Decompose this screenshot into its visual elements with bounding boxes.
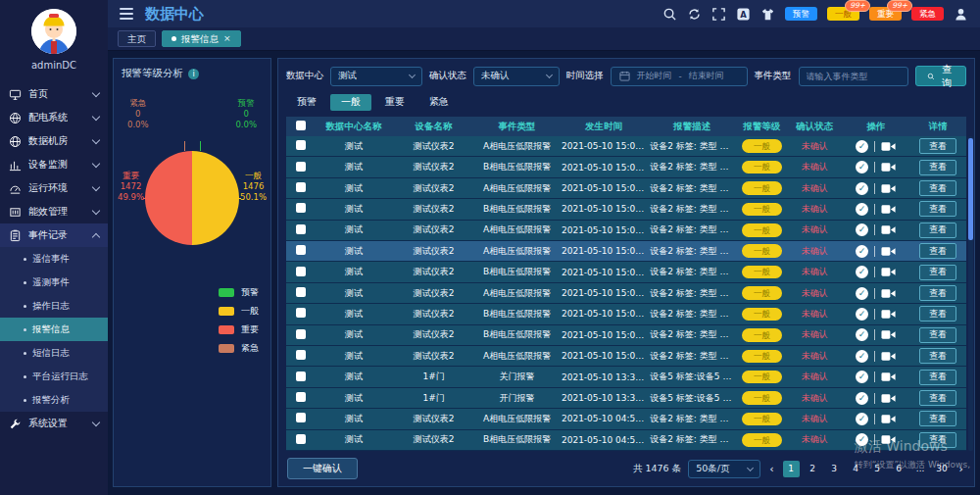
tab-预警[interactable]: 预警 (286, 94, 327, 111)
row-checkbox[interactable] (296, 162, 306, 172)
row-checkbox[interactable] (296, 392, 306, 402)
sidebar-subitem[interactable]: 报警分析 (0, 388, 108, 412)
view-button[interactable]: 查看 (919, 285, 956, 301)
table-row[interactable]: 测试测试仪表2B相电压低限报警2021-05-10 15:01:26设备2 标签… (286, 199, 966, 220)
page-number[interactable]: 1 (783, 461, 800, 477)
video-icon[interactable] (881, 434, 896, 445)
confirm-check-icon[interactable]: ✓ (856, 203, 868, 216)
prev-page-icon[interactable]: ‹ (767, 463, 775, 475)
alarm-badge[interactable]: 预警 (785, 7, 817, 21)
confirm-check-icon[interactable]: ✓ (856, 140, 868, 153)
page-size-select[interactable]: 50条/页 (688, 460, 760, 478)
confirm-check-icon[interactable]: ✓ (856, 328, 868, 341)
alarm-badge[interactable]: 重要99+ (869, 7, 902, 21)
search-icon[interactable] (662, 7, 677, 22)
view-button[interactable]: 查看 (919, 223, 956, 238)
video-icon[interactable] (881, 351, 896, 362)
page-ellipsis[interactable]: ... (912, 461, 929, 477)
sidebar-subitem[interactable]: 遥测事件 (0, 271, 108, 294)
video-icon[interactable] (881, 162, 896, 173)
video-icon[interactable] (881, 414, 896, 424)
table-row[interactable]: 测试测试仪表2B相电压低限报警2021-05-10 15:00:33设备2 标签… (286, 262, 966, 282)
view-button[interactable]: 查看 (919, 201, 956, 217)
confirm-check-icon[interactable]: ✓ (856, 433, 868, 446)
table-row[interactable]: 测试测试仪表2A相电压低限报警2021-05-10 15:00:24设备2 标签… (286, 346, 966, 367)
sidebar-item[interactable]: 设备监测 (0, 153, 108, 176)
tag-home[interactable]: 主页 (118, 30, 156, 47)
video-icon[interactable] (881, 204, 896, 215)
table-row[interactable]: 测试测试仪表2A相电压低限报警2021-05-10 15:00:29设备2 标签… (286, 283, 966, 304)
sidebar-subitem[interactable]: 遥信事件 (0, 247, 108, 271)
sidebar-item[interactable]: 能效管理 (0, 200, 108, 223)
video-icon[interactable] (881, 393, 896, 404)
video-icon[interactable] (881, 288, 896, 299)
tag-close-icon[interactable]: × (223, 34, 231, 43)
tab-紧急[interactable]: 紧急 (418, 94, 460, 111)
table-row[interactable]: 测试1#门关门报警2021-05-10 13:37:40设备5 标签:设备5 类… (286, 367, 966, 387)
video-icon[interactable] (881, 371, 896, 382)
table-row[interactable]: 测试测试仪表2B相电压低限报警2021-05-10 15:00:26设备2 标签… (286, 325, 966, 346)
theme-icon[interactable] (760, 7, 775, 22)
refresh-icon[interactable] (687, 7, 702, 22)
tab-重要[interactable]: 重要 (374, 94, 416, 111)
table-row[interactable]: 测试1#门开门报警2021-05-10 13:36:58设备5 标签:设备5 类… (286, 388, 966, 409)
translate-icon[interactable]: A (736, 7, 751, 22)
video-icon[interactable] (881, 309, 896, 320)
confirm-check-icon[interactable]: ✓ (856, 182, 868, 195)
row-checkbox[interactable] (296, 140, 306, 150)
date-range-picker[interactable]: 开始时间 - 结束时间 (611, 67, 748, 86)
table-row[interactable]: 测试测试仪表2B相电压低限报警2021-05-10 15:04:33设备2 标签… (286, 157, 966, 177)
view-button[interactable]: 查看 (919, 327, 956, 343)
view-button[interactable]: 查看 (919, 306, 956, 322)
table-row[interactable]: 测试测试仪表2A相电压低限报警2021-05-10 15:08:14设备2 标签… (286, 136, 966, 157)
sidebar-item[interactable]: 运行环境 (0, 176, 108, 200)
sidebar-item[interactable]: 事件记录 (0, 223, 108, 247)
video-icon[interactable] (881, 246, 896, 257)
confirm-check-icon[interactable]: ✓ (856, 413, 868, 425)
sidebar-subitem[interactable]: 操作日志 (0, 294, 108, 318)
page-number[interactable]: 4 (848, 461, 864, 477)
table-row[interactable]: 测试测试仪表2A相电压低限报警2021-05-10 15:00:52设备2 标签… (286, 221, 966, 241)
tag-current[interactable]: 报警信息 × (162, 30, 241, 47)
legend-item[interactable]: 重要 (219, 323, 259, 336)
confirm-all-button[interactable]: 一键确认 (287, 458, 358, 479)
page-number[interactable]: 6 (891, 461, 907, 477)
scrollbar-track[interactable] (968, 136, 973, 451)
video-icon[interactable] (881, 329, 896, 340)
row-checkbox[interactable] (296, 308, 306, 318)
row-checkbox[interactable] (296, 245, 306, 255)
sidebar-item[interactable]: 首页 (0, 82, 108, 106)
row-checkbox[interactable] (296, 434, 306, 444)
sidebar-item[interactable]: 数据机房 (0, 129, 108, 153)
select-all-checkbox[interactable] (296, 121, 306, 130)
legend-item[interactable]: 一般 (219, 305, 259, 318)
view-button[interactable]: 查看 (919, 243, 956, 259)
video-icon[interactable] (881, 224, 896, 235)
info-icon[interactable]: i (188, 69, 199, 79)
row-checkbox[interactable] (296, 224, 306, 234)
sidebar-subitem[interactable]: 平台运行日志 (0, 365, 108, 388)
row-checkbox[interactable] (296, 203, 306, 213)
sidebar-item[interactable]: 配电系统 (0, 106, 108, 129)
table-row[interactable]: 测试测试仪表2A相电压低限报警2021-05-10 15:00:41设备2 标签… (286, 241, 966, 262)
confirm-check-icon[interactable]: ✓ (856, 350, 868, 363)
row-checkbox[interactable] (296, 350, 306, 360)
hamburger-menu-icon[interactable] (120, 8, 133, 20)
row-checkbox[interactable] (296, 182, 306, 192)
view-button[interactable]: 查看 (919, 265, 956, 280)
view-button[interactable]: 查看 (919, 138, 956, 154)
row-checkbox[interactable] (296, 413, 306, 422)
next-page-icon[interactable]: › (957, 463, 965, 475)
sidebar-subitem[interactable]: 短信日志 (0, 341, 108, 365)
confirm-check-icon[interactable]: ✓ (856, 245, 868, 258)
avatar[interactable] (31, 9, 76, 54)
view-button[interactable]: 查看 (919, 180, 956, 196)
user-icon[interactable] (954, 7, 968, 22)
view-button[interactable]: 查看 (919, 160, 956, 175)
event-type-input[interactable] (799, 67, 908, 86)
alarm-badge[interactable]: 一般99+ (827, 7, 859, 21)
view-button[interactable]: 查看 (919, 411, 956, 426)
table-row[interactable]: 测试测试仪表2A相电压低限报警2021-05-10 04:54:15设备2 标签… (286, 409, 966, 429)
legend-item[interactable]: 预警 (219, 286, 259, 299)
confirm-check-icon[interactable]: ✓ (856, 287, 868, 300)
